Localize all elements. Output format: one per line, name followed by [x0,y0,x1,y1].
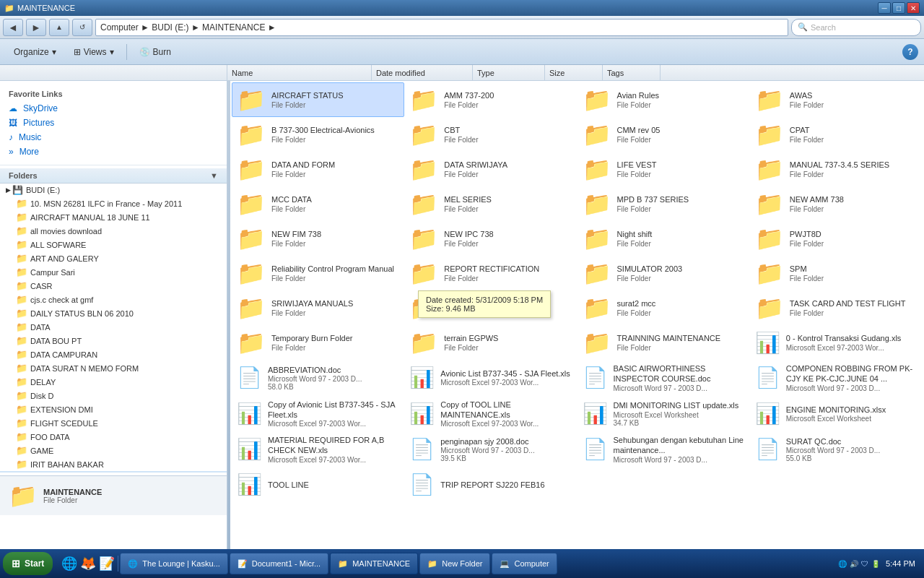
tree-item-budi[interactable]: ▶ 💾 BUDI (E:) [0,184,227,197]
firefox-icon[interactable]: 🦊 [80,556,96,571]
file-item-store-req[interactable]: 📁 STORE N REQ PART File Folder [404,290,577,325]
file-item-newamm738[interactable]: 📁 NEW AMM 738 File Folder [750,186,923,221]
file-item-cmm[interactable]: 📁 CMM rev 05 File Folder [578,117,750,152]
back-button[interactable]: ◄ [3,19,23,36]
ie-icon[interactable]: 🌐 [61,556,77,571]
file-item-cbt[interactable]: 📁 CBT File Folder [404,117,577,152]
tree-item-delay[interactable]: 📁 DELAY [0,375,227,389]
taskbar-item-lounge[interactable]: 🌐 The Lounge | Kasku... [120,553,227,574]
taskbar-item-document[interactable]: 📝 Document1 - Micr... [230,553,328,574]
views-button[interactable]: ⊞ Views ▾ [66,42,122,62]
tree-item-casr[interactable]: 📁 CASR [0,279,227,293]
file-item-taskcard[interactable]: 📁 TASK CARD AND TEST FLIGHT File Folder [750,290,923,325]
file-item-dmi[interactable]: 📊 DMI MONITORING LIST update.xls Microso… [578,396,750,432]
file-item-mccdata[interactable]: 📁 MCC DATA File Folder [232,186,404,221]
sidebar-item-skydrive[interactable]: ☁ SkyDrive [0,101,227,116]
help-button[interactable]: ? [902,44,918,60]
taskbar-item-maintenance[interactable]: 📁 MAINTENANCE [330,553,418,574]
file-item-nightshift[interactable]: 📁 Night shift File Folder [578,221,750,256]
burn-button[interactable]: 💿 Burn [131,42,179,62]
tree-item-foo[interactable]: 📁 FOO DATA [0,430,227,444]
file-item-trainning[interactable]: 📁 TRAINNING MAINTENANCE File Folder [578,325,750,360]
sidebar-item-more[interactable]: » More [0,144,227,159]
col-header-name[interactable]: Name [227,65,372,80]
col-header-date[interactable]: Date modified [372,65,473,80]
minimize-button[interactable]: ─ [878,2,891,14]
tree-item-msn[interactable]: 📁 10. MSN 26281 ILFC in France - May 201… [0,197,227,210]
up-button[interactable]: ▲ [49,19,69,36]
file-item-newipc[interactable]: 📁 NEW IPC 738 File Folder [404,221,577,256]
file-item-terrain[interactable]: 📁 terrain EGPWS File Folder [404,325,577,360]
tree-item-software[interactable]: 📁 ALL SOFWARE [0,238,227,251]
file-item-avian[interactable]: 📁 Avian Rules File Folder [578,82,750,117]
tree-item-daily[interactable]: 📁 DAILY STATUS BLN 06 2010 [0,306,227,320]
tree-item-flight[interactable]: 📁 FLIGHT SCEDULE [0,416,227,430]
file-item-amm737[interactable]: 📁 AMM 737-200 File Folder [404,82,577,117]
file-item-cpat[interactable]: 📁 CPAT File Folder [750,117,923,152]
file-item-basic-aw[interactable]: 📄 BASIC AIRWORTHINESS INSPECTOR COURSE.d… [578,360,750,396]
taskbar-item-computer[interactable]: 💻 Computer [492,553,557,574]
word-quick-icon[interactable]: 📝 [99,556,115,571]
maximize-button[interactable]: □ [892,2,905,14]
file-item-b737[interactable]: 📁 B 737-300 Electrical-Avionics File Fol… [232,117,404,152]
tree-item-irit[interactable]: 📁 IRIT BAHAN BAKAR [0,457,227,471]
tree-item-art[interactable]: 📁 ART AND GALERY [0,251,227,265]
file-item-componen[interactable]: 📄 COMPONEN ROBBING FROM PK-CJY KE PK-CJC… [750,360,923,396]
folders-header[interactable]: Folders ▼ [0,168,227,184]
tree-item-aircraft-manual[interactable]: 📁 AIRCRAFT MANUAL 18 JUNE 11 [0,210,227,224]
file-item-avionic[interactable]: 📊 Avionic List B737-345 - SJA Fleet.xls … [404,360,577,396]
file-item-aircraft-status[interactable]: 📁 AIRCRAFT STATUS File Folder [232,82,404,117]
file-item-copy-avionic[interactable]: 📊 Copy of Avionic List B737-345 - SJA Fl… [232,396,404,432]
close-button[interactable]: ✕ [907,2,920,14]
file-item-manual737[interactable]: 📁 MANUAL 737-3.4.5 SERIES File Folder [750,152,923,186]
tree-item-game[interactable]: 📁 GAME [0,444,227,457]
file-item-engine-mon[interactable]: 📊 ENGINE MONITORING.xlsx Microsoft Excel… [750,396,923,432]
file-item-dataform[interactable]: 📁 DATA AND FORM File Folder [232,152,404,186]
tree-item-movies[interactable]: 📁 all movies download [0,224,227,238]
file-item-newfim[interactable]: 📁 NEW FIM 738 File Folder [232,221,404,256]
file-item-reliability[interactable]: 📁 Reliability Control Program Manual Fil… [232,256,404,290]
file-item-sehubungan[interactable]: 📄 Sehubungan dengan kebutuhan Line maint… [578,431,750,467]
forward-button[interactable]: ► [26,19,46,36]
tree-item-data-surat[interactable]: 📁 DATA SURAT N MEMO FORM [0,361,227,375]
file-item-awas[interactable]: 📁 AWAS File Folder [750,82,923,117]
file-item-copy-tool[interactable]: 📊 Copy of TOOL LINE MAINTENANCE.xls Micr… [404,396,577,432]
file-item-lifevest[interactable]: 📁 LIFE VEST File Folder [578,152,750,186]
refresh-button[interactable]: ↺ [72,19,92,36]
file-item-surat-qc[interactable]: 📄 SURAT QC.doc Microsoft Word 97 - 2003 … [750,431,923,467]
file-item-spm[interactable]: 📁 SPM File Folder [750,256,923,290]
file-item-surat2[interactable]: 📁 surat2 mcc File Folder [578,290,750,325]
col-header-type[interactable]: Type [473,65,545,80]
tree-item-cjs[interactable]: 📁 cjs.c check at gmf [0,293,227,306]
address-path[interactable]: Computer ► BUDI (E:) ► MAINTENANCE ► [95,19,788,36]
tree-item-ext-dmi[interactable]: 📁 EXTENSION DMI [0,402,227,416]
file-item-penginapan[interactable]: 📄 penginapan sjy 2008.doc Microsoft Word… [404,431,577,467]
file-item-tempburn[interactable]: 📁 Temporary Burn Folder File Folder [232,325,404,360]
file-item-sriwijaya-manual[interactable]: 📁 SRIWIJAYA MANUALS File Folder [232,290,404,325]
col-header-tags[interactable]: Tags [603,65,661,80]
tree-item-campur[interactable]: 📁 Campur Sari [0,265,227,279]
tree-item-data-camp[interactable]: 📁 DATA CAMPURAN [0,348,227,361]
sidebar-item-music[interactable]: ♪ Music [0,130,227,144]
sidebar-item-pictures[interactable]: 🖼 Pictures [0,116,227,130]
search-box[interactable]: 🔍 Search [791,19,921,36]
file-item-pwjt8d[interactable]: 📁 PWJT8D File Folder [750,221,923,256]
file-item-trip-report[interactable]: 📄 TRIP REPORT SJ220 FEB16 [404,467,577,502]
taskbar-item-newfolder[interactable]: 📁 New Folder [419,553,490,574]
file-item-simulator[interactable]: 📁 SIMULATOR 2003 File Folder [578,256,750,290]
tree-item-maintenance[interactable]: 📂 MAINTENANCE [0,471,227,473]
col-header-size[interactable]: Size [545,65,603,80]
file-item-mpd[interactable]: 📁 MPD B 737 SERIES File Folder [578,186,750,221]
organize-button[interactable]: Organize ▾ [6,42,64,62]
file-item-kontrol[interactable]: 📊 0 - Kontrol Transaksi Gudang.xls Micro… [750,325,923,360]
tree-item-data-bou[interactable]: 📁 DATA BOU PT [0,334,227,348]
file-item-abbrev[interactable]: 📄 ABBREVIATION.doc Microsoft Word 97 - 2… [232,360,404,396]
file-item-datasri[interactable]: 📁 DATA SRIWIJAYA File Folder [404,152,577,186]
start-button[interactable]: ⊞ Start [3,552,53,575]
file-item-mel[interactable]: 📁 MEL SERIES File Folder [404,186,577,221]
file-item-toolline[interactable]: 📊 TOOL LINE [232,467,404,502]
file-item-material[interactable]: 📊 MATERIAL REQUIRED FOR A,B CHECK NEW.xl… [232,431,404,467]
file-item-report-rect[interactable]: 📁 REPORT RECTIFICATION File Folder [404,256,577,290]
tree-item-diskd[interactable]: 📁 Disk D [0,389,227,402]
tree-item-data[interactable]: 📁 DATA [0,320,227,334]
